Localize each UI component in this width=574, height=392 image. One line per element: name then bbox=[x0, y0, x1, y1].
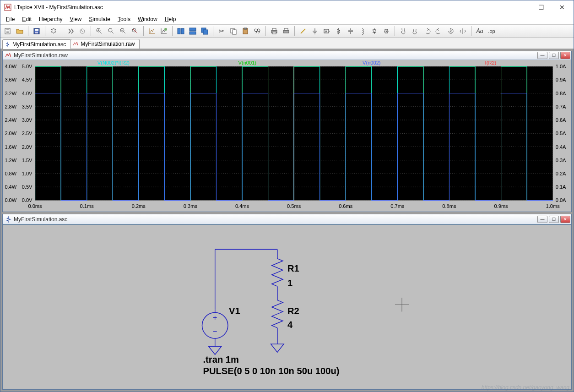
undo-button[interactable] bbox=[422, 26, 433, 37]
resistor-button[interactable] bbox=[333, 26, 344, 37]
svg-point-7 bbox=[108, 28, 112, 32]
svg-text:0.1A: 0.1A bbox=[556, 185, 566, 190]
svg-text:2.0W: 2.0W bbox=[5, 131, 16, 136]
zoom-out-button[interactable] bbox=[118, 26, 129, 37]
draw-wire-button[interactable] bbox=[298, 26, 309, 37]
svg-text:0.8A: 0.8A bbox=[556, 91, 566, 96]
svg-rect-20 bbox=[244, 28, 247, 29]
spice-directive-button[interactable]: .op bbox=[486, 26, 497, 37]
svg-text:4.0W: 4.0W bbox=[5, 64, 16, 69]
text-button[interactable]: Aa bbox=[474, 26, 485, 37]
tile-horizontal-button[interactable] bbox=[187, 26, 198, 37]
redo-button[interactable] bbox=[433, 26, 444, 37]
svg-text:.tran 1m: .tran 1m bbox=[203, 354, 239, 365]
paste-button[interactable] bbox=[240, 26, 251, 37]
copy-button[interactable] bbox=[228, 26, 239, 37]
svg-text:0.9A: 0.9A bbox=[556, 77, 566, 83]
save-button[interactable] bbox=[31, 26, 42, 37]
menu-hierarchy[interactable]: Hierarchy bbox=[35, 15, 66, 23]
schematic-canvas[interactable]: +−V1R11R24.tran 1mPULSE(0 5 0 10n 10n 50… bbox=[3, 225, 571, 389]
halt-button[interactable] bbox=[77, 26, 88, 37]
label-net-button[interactable]: A bbox=[321, 26, 332, 37]
tab-schematic[interactable]: MyFirstSimulation.asc bbox=[2, 39, 71, 49]
svg-rect-24 bbox=[272, 28, 276, 30]
svg-text:0.6A: 0.6A bbox=[556, 117, 566, 123]
schematic-titlebar[interactable]: MyFirstSimulation.asc — ☐ ✕ bbox=[3, 214, 571, 224]
waveform-close-button[interactable]: ✕ bbox=[560, 52, 570, 59]
print-setup-button[interactable] bbox=[281, 26, 292, 37]
mdi-area: MyFirstSimulation.raw — ☐ ✕ V(N002)*I(R2… bbox=[0, 49, 574, 392]
svg-text:0.4W: 0.4W bbox=[5, 185, 16, 190]
svg-text:R2: R2 bbox=[287, 306, 299, 316]
app-icon bbox=[4, 4, 11, 11]
component-button[interactable] bbox=[381, 26, 392, 37]
add-trace-button[interactable] bbox=[158, 26, 169, 37]
svg-text:0.5ms: 0.5ms bbox=[287, 203, 301, 209]
svg-text:2.0V: 2.0V bbox=[22, 144, 32, 150]
menu-edit[interactable]: Edit bbox=[18, 15, 35, 23]
drag-button[interactable] bbox=[410, 26, 421, 37]
svg-text:0.2ms: 0.2ms bbox=[132, 203, 146, 209]
autorange-button[interactable] bbox=[146, 26, 157, 37]
open-button[interactable] bbox=[14, 26, 25, 37]
svg-text:3.6W: 3.6W bbox=[5, 77, 16, 83]
tile-windows-button[interactable] bbox=[175, 26, 186, 37]
zoom-fit-button[interactable] bbox=[130, 26, 141, 37]
svg-text:0.7ms: 0.7ms bbox=[390, 203, 405, 209]
svg-text:1.0ms: 1.0ms bbox=[546, 203, 560, 209]
menu-window[interactable]: Window bbox=[134, 15, 161, 23]
window-minimize-button[interactable]: — bbox=[509, 0, 531, 14]
schematic-title: MyFirstSimulation.asc bbox=[14, 216, 536, 223]
ground-button[interactable] bbox=[309, 26, 320, 37]
print-button[interactable] bbox=[269, 26, 280, 37]
menu-tools[interactable]: Tools bbox=[114, 15, 134, 23]
cascade-windows-button[interactable] bbox=[199, 26, 210, 37]
svg-rect-16 bbox=[203, 30, 208, 34]
svg-rect-14 bbox=[190, 32, 196, 34]
control-panel-button[interactable] bbox=[48, 26, 59, 37]
svg-rect-13 bbox=[190, 28, 196, 31]
inductor-button[interactable] bbox=[357, 26, 368, 37]
capacitor-button[interactable] bbox=[345, 26, 356, 37]
schematic-close-button[interactable]: ✕ bbox=[560, 216, 570, 223]
svg-text:3.0V: 3.0V bbox=[22, 117, 32, 123]
svg-text:0.5A: 0.5A bbox=[556, 131, 566, 136]
svg-text:V(N002)*I(R2): V(N002)*I(R2) bbox=[97, 60, 130, 65]
menu-simulate[interactable]: Simulate bbox=[85, 15, 114, 23]
window-maximize-button[interactable]: ☐ bbox=[531, 0, 552, 14]
waveform-titlebar[interactable]: MyFirstSimulation.raw — ☐ ✕ bbox=[3, 51, 571, 60]
svg-text:0.2A: 0.2A bbox=[556, 171, 566, 176]
svg-text:0.8ms: 0.8ms bbox=[442, 203, 456, 209]
rotate-button[interactable]: ⟲ bbox=[445, 26, 456, 37]
menu-file[interactable]: File bbox=[2, 15, 18, 23]
schematic-maximize-button[interactable]: ☐ bbox=[549, 216, 559, 223]
schematic-minimize-button[interactable]: — bbox=[537, 216, 547, 223]
svg-text:V(n001): V(n001) bbox=[238, 60, 256, 65]
tab-waveform[interactable]: MyFirstSimulation.raw bbox=[70, 39, 140, 49]
svg-rect-4 bbox=[35, 32, 38, 33]
menu-help[interactable]: Help bbox=[161, 15, 180, 23]
window-close-button[interactable]: ✕ bbox=[552, 0, 573, 14]
new-schematic-button[interactable] bbox=[2, 26, 13, 37]
find-button[interactable] bbox=[252, 26, 263, 37]
mirror-button[interactable] bbox=[457, 26, 468, 37]
svg-text:0.8W: 0.8W bbox=[5, 171, 16, 176]
svg-text:A: A bbox=[325, 30, 327, 33]
menu-view[interactable]: View bbox=[66, 15, 85, 23]
waveform-plot[interactable]: V(N002)*I(R2)V(n001)V(n002)I(R2)4.0W3.6W… bbox=[3, 60, 571, 212]
move-button[interactable] bbox=[398, 26, 409, 37]
waveform-maximize-button[interactable]: ☐ bbox=[549, 52, 559, 59]
pan-button[interactable] bbox=[106, 26, 117, 37]
menubar: File Edit Hierarchy View Simulate Tools … bbox=[0, 14, 574, 24]
cut-button[interactable]: ✂ bbox=[216, 26, 227, 37]
run-button[interactable] bbox=[65, 26, 76, 37]
svg-text:2.8W: 2.8W bbox=[5, 104, 16, 109]
svg-text:V1: V1 bbox=[229, 306, 240, 316]
waveform-minimize-button[interactable]: — bbox=[537, 52, 547, 59]
waveform-icon bbox=[5, 52, 12, 59]
svg-rect-18 bbox=[233, 30, 236, 34]
zoom-in-button[interactable] bbox=[94, 26, 105, 37]
waveform-title: MyFirstSimulation.raw bbox=[14, 52, 536, 59]
svg-text:I(R2): I(R2) bbox=[485, 60, 497, 65]
diode-button[interactable] bbox=[369, 26, 380, 37]
